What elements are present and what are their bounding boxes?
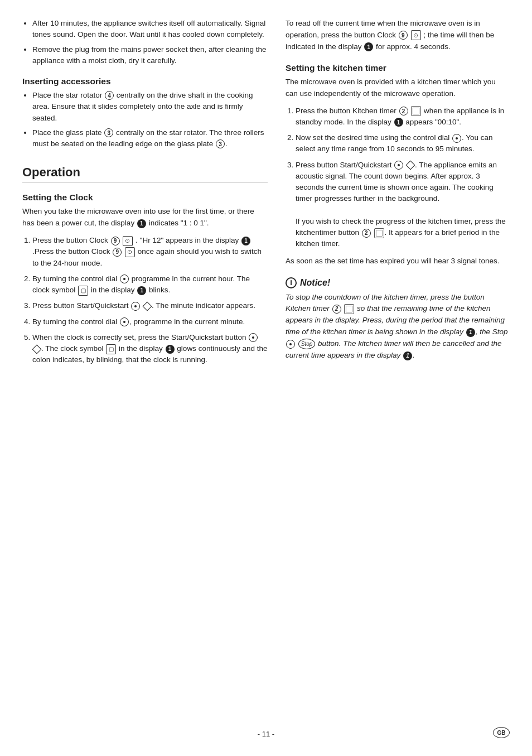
diamond-icon-1 [143,301,152,311]
dial-icon-6 [394,161,403,170]
disp6-icon: 1 [466,328,475,337]
kitchen-step-2: Now set the desired time using the contr… [296,132,510,155]
num2b-icon: 2 [362,229,371,238]
dial-icon-4 [249,333,258,342]
kitchen-step-3: Press button Start/Quickstart . The appl… [296,160,510,250]
kitchen-after: As soon as the set time has expired you … [286,256,510,267]
operation-title: Operation [22,165,268,180]
inserting-bullet-1: Place the star rotator 4 centrally on th… [32,90,268,124]
read-time-para: To read off the current time when the mi… [286,18,510,53]
kitchen-timer-title: Setting the kitchen timer [286,63,510,73]
kitchen-step-1: Press the button Kitchen timer 2 when th… [296,105,510,128]
right-column: To read off the current time when the mi… [286,18,510,716]
clock-step-1: Press the button Clock 9 ⏲ . "Hr 12" app… [32,235,268,269]
notice-text: To stop the countdown of the kitchen tim… [286,292,510,362]
dial-icon-7 [286,340,295,349]
gb-badge: GB [493,727,510,738]
num9c-icon: 9 [399,31,408,40]
num4-icon: 4 [105,91,114,100]
num2c-icon: 2 [332,305,341,314]
notice-label: Notice! [300,278,330,288]
kitchen-steps: Press the button Kitchen timer 2 when th… [296,105,510,250]
clock-intro: When you take the microwave oven into us… [22,206,268,229]
page-footer: - 11 - GB [22,730,510,738]
kt-icon-1 [411,106,421,116]
clock-title: Setting the Clock [22,192,268,203]
disp7-icon: 1 [403,351,412,360]
disp3-icon: 1 [166,345,175,354]
page-number: - 11 - [258,730,274,738]
diamond-icon-2 [32,344,42,354]
disp1-icon: 1 [241,237,250,245]
clock-btn2-icon: ⏲ [125,247,135,257]
intro-bullet-1: After 10 minutes, the appliance switches… [32,18,268,41]
clock-step-2: By turning the control dial programme in… [32,273,268,296]
clock-btn3-icon: ⏲ [411,30,421,40]
disp2-icon: 1 [137,286,146,295]
num3-icon: 3 [104,128,113,137]
clock-btn-icon: ⏲ [123,236,133,246]
intro-bullets: After 10 minutes, the appliance switches… [32,18,268,66]
inserting-bullet-2: Place the glass plate 3 centrally on the… [32,127,268,150]
disp5-icon: 1 [394,118,403,127]
operation-divider [22,182,268,182]
num3b-icon: 3 [216,139,225,148]
clock-step-5: When the clock is correctly set, press t… [32,332,268,366]
dial-icon-3 [120,317,129,326]
clock-step-3: Press button Start/Quickstart . The minu… [32,300,268,311]
clock-step-4: By turning the control dial , programme … [32,316,268,328]
disp4-icon: 1 [364,42,373,51]
diamond-icon-3 [406,161,415,170]
num2-icon: 2 [399,107,408,115]
kitchen-timer-intro: The microwave oven is provided with a ki… [286,76,510,100]
intro-bullet-2: Remove the plug from the mains power soc… [32,44,268,67]
kt-icon-2 [374,228,384,238]
page: After 10 minutes, the appliance switches… [0,0,532,756]
inserting-title: Inserting accessories [22,76,268,86]
dial-icon-2 [131,302,140,311]
notice-box: i Notice! To stop the countdown of the k… [286,277,510,362]
clock-steps: Press the button Clock 9 ⏲ . "Hr 12" app… [32,235,268,366]
left-column: After 10 minutes, the appliance switches… [22,18,268,716]
stop-badge-icon: Stop [298,339,316,350]
notice-circle-icon: i [286,277,297,288]
circle1-icon: 1 [137,219,146,228]
dial-icon-1 [120,275,129,283]
num9b-icon: 9 [113,248,122,257]
clock-sym2-icon: ▢ [106,344,116,354]
notice-title: i Notice! [286,277,510,288]
num9-icon: 9 [111,237,120,245]
clock-sym-icon: ▢ [78,286,88,296]
inserting-bullets: Place the star rotator 4 centrally on th… [32,90,268,150]
dial-icon-5 [452,134,461,143]
kt-icon-3 [344,304,354,314]
